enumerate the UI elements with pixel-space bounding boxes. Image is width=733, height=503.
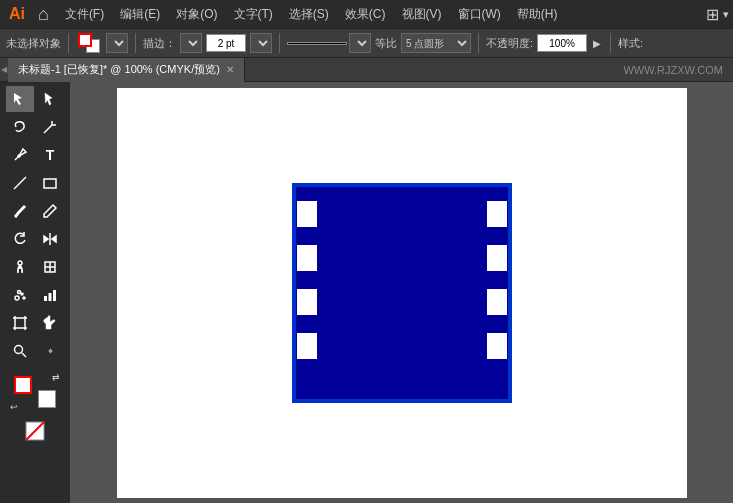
separator-2 [135, 33, 136, 53]
menu-text[interactable]: 文字(T) [226, 0, 281, 28]
stroke-width-input[interactable] [206, 34, 246, 52]
svg-point-29 [15, 346, 23, 354]
svg-marker-8 [52, 236, 56, 242]
menu-view[interactable]: 视图(V) [394, 0, 450, 28]
svg-line-30 [22, 353, 26, 357]
rect-tool[interactable] [36, 170, 64, 196]
line-preview [287, 42, 347, 45]
dot-shape-select[interactable]: 5 点圆形 [401, 33, 471, 53]
direct-selection-tool[interactable] [36, 86, 64, 112]
hole-left-1 [297, 201, 317, 227]
menu-help[interactable]: 帮助(H) [509, 0, 566, 28]
hole-left-2 [297, 245, 317, 271]
magic-wand-tool[interactable] [36, 114, 64, 140]
stroke-label: 描边： [143, 36, 176, 51]
swap-colors-icon[interactable]: ⇄ [52, 372, 60, 382]
menu-edit[interactable]: 编辑(E) [112, 0, 168, 28]
mirror-tool[interactable] [36, 226, 64, 252]
reset-colors-icon[interactable]: ↩ [10, 402, 18, 412]
separator-4 [478, 33, 479, 53]
main-area: T [0, 82, 733, 503]
tab-bar: ◀ 未标题-1 [已恢复]* @ 100% (CMYK/预览) ✕ WWW.RJ… [0, 58, 733, 82]
film-strip-graphic [292, 183, 512, 403]
hand-tool[interactable] [36, 310, 64, 336]
app-logo: Ai [4, 5, 30, 23]
svg-line-0 [44, 125, 52, 133]
svg-line-4 [14, 177, 26, 189]
tool-row-6 [6, 226, 64, 252]
none-color-box[interactable] [21, 418, 49, 444]
tab-title: 未标题-1 [已恢复]* @ 100% (CMYK/预览) [18, 62, 220, 77]
background-color-box[interactable] [38, 390, 56, 408]
menu-effect[interactable]: 效果(C) [337, 0, 394, 28]
line-tool[interactable] [6, 170, 34, 196]
menu-window[interactable]: 窗口(W) [450, 0, 509, 28]
opacity-input[interactable] [537, 34, 587, 52]
tool-row-3: T [6, 142, 64, 168]
artboard-tool[interactable] [6, 310, 34, 336]
tool-row-7 [6, 254, 64, 280]
watermark-text: WWW.RJZXW.COM [623, 64, 733, 76]
opacity-arrow[interactable]: ▶ [593, 38, 601, 49]
stroke-box [78, 33, 92, 47]
no-selection-label: 未选择对象 [6, 36, 61, 51]
foreground-color-box[interactable] [14, 376, 32, 394]
lasso-tool[interactable] [6, 114, 34, 140]
svg-point-14 [21, 293, 23, 295]
hole-left-4 [297, 333, 317, 359]
line-style-area: ▾ [287, 33, 371, 53]
left-toolbar: T [0, 82, 70, 503]
svg-point-3 [18, 155, 20, 157]
properties-toolbar: 未选择对象 ▪ 描边： ◇ ▾ ▾ 等比 5 点圆形 不透明度: ▶ 样式: [0, 28, 733, 58]
svg-rect-18 [49, 293, 52, 301]
tool-row-10: ⌖ [6, 338, 64, 364]
film-outer-border [292, 183, 512, 403]
tool-row-4 [6, 170, 64, 196]
line-style-select[interactable]: ▾ [349, 33, 371, 53]
line-ratio-label: 等比 [375, 36, 397, 51]
rotate-tool[interactable] [6, 226, 34, 252]
paintbrush-tool[interactable] [6, 198, 34, 224]
tool-row-2 [6, 114, 64, 140]
canvas-area[interactable] [70, 82, 733, 503]
hole-right-2 [487, 245, 507, 271]
type-tool[interactable]: T [36, 142, 64, 168]
separator-5 [610, 33, 611, 53]
measure-tool[interactable]: ⌖ [36, 338, 64, 364]
tool-row-8 [6, 282, 64, 308]
svg-rect-19 [53, 290, 56, 301]
hole-right-1 [487, 201, 507, 227]
stroke-align-select[interactable]: ◇ [180, 33, 202, 53]
zoom-tool[interactable] [6, 338, 34, 364]
svg-marker-7 [44, 236, 48, 242]
style-label: 样式: [618, 36, 643, 51]
hole-left-3 [297, 289, 317, 315]
graph-tool[interactable] [36, 282, 64, 308]
pen-tool[interactable] [6, 142, 34, 168]
separator-3 [279, 33, 280, 53]
stroke-type-select[interactable]: ▪ [106, 33, 128, 53]
puppet-warp-tool[interactable] [6, 254, 34, 280]
fill-stroke-icon[interactable] [78, 33, 100, 53]
menu-select[interactable]: 选择(S) [281, 0, 337, 28]
separator-1 [68, 33, 69, 53]
document-tab[interactable]: 未标题-1 [已恢复]* @ 100% (CMYK/预览) ✕ [8, 58, 245, 82]
panel-collapse-arrow[interactable]: ◀ [0, 65, 8, 74]
tab-close-button[interactable]: ✕ [226, 64, 234, 75]
color-boxes: ⇄ ↩ [10, 372, 60, 412]
svg-point-13 [15, 296, 19, 300]
svg-rect-17 [44, 296, 47, 301]
free-transform-tool[interactable] [36, 254, 64, 280]
menu-file[interactable]: 文件(F) [57, 0, 112, 28]
tool-row-9 [6, 310, 64, 336]
symbol-tool[interactable] [6, 282, 34, 308]
canvas-document [117, 88, 687, 498]
workspace-dropdown[interactable]: ▾ [723, 8, 729, 21]
selection-tool[interactable] [6, 86, 34, 112]
opacity-label: 不透明度: [486, 36, 533, 51]
pencil-tool[interactable] [36, 198, 64, 224]
home-icon[interactable]: ⌂ [38, 4, 49, 25]
stroke-width-unit[interactable]: ▾ [250, 33, 272, 53]
grid-icon[interactable]: ⊞ [706, 5, 719, 24]
menu-object[interactable]: 对象(O) [168, 0, 225, 28]
